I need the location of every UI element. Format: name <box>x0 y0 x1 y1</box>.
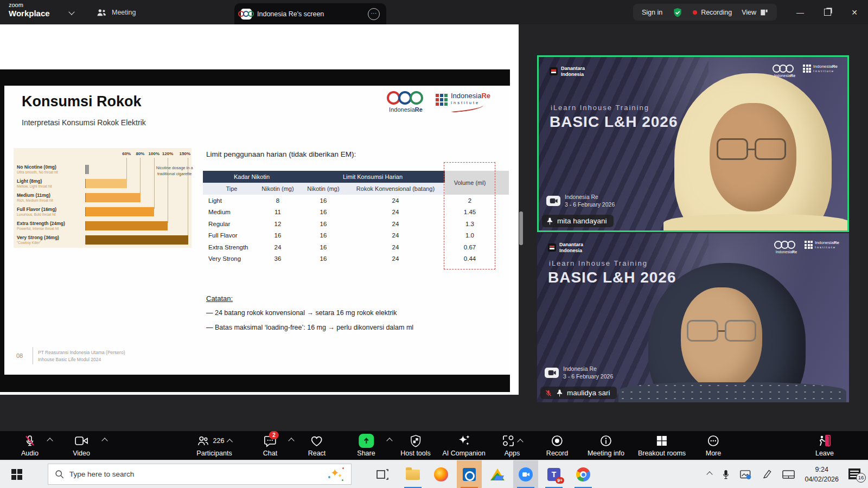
start-button[interactable] <box>4 460 29 488</box>
scrollbar-thumb[interactable] <box>519 211 523 245</box>
windows-taskbar: Type here to search ✦✦ T 9+ <box>0 460 868 488</box>
participants-chevron[interactable] <box>227 439 233 445</box>
leave-button[interactable]: Leave <box>815 434 834 457</box>
react-button[interactable]: React <box>308 434 326 457</box>
ai-companion-button[interactable]: AI Companion <box>442 434 485 457</box>
view-button[interactable]: View <box>742 9 768 16</box>
video-tile-mita[interactable]: iLearn Inhouse Training BASIC L&H 2026 D… <box>537 55 849 232</box>
search-icon <box>55 470 64 479</box>
tab-meeting[interactable]: Meeting <box>97 0 136 24</box>
recording-indicator: Recording <box>693 9 732 16</box>
apps-icon <box>502 434 515 447</box>
breakout-rooms-button[interactable]: Breakout rooms <box>638 434 686 457</box>
slide-page-number: 08 <box>16 352 23 359</box>
participant-name-label: maulidya sari <box>540 387 617 399</box>
chart-row: Full Flavor (16mg)Luxurious, Bold throat… <box>17 204 188 219</box>
danantara-logo: DanantaraIndonesia <box>548 242 583 254</box>
record-button[interactable]: Record <box>546 434 568 457</box>
chart-row: No Nicotine (0mg)Ultra smooth, No throat… <box>17 162 188 176</box>
glasses <box>687 320 756 342</box>
zoom-app-button[interactable] <box>513 460 538 488</box>
chart-row: Medium (11mg)Rich, Medium throat hit <box>17 190 188 204</box>
pin-icon <box>556 389 563 397</box>
share-options-chevron[interactable] <box>386 438 392 444</box>
apps-chevron[interactable] <box>517 439 523 445</box>
video-camera-icon <box>74 435 88 447</box>
search-input[interactable]: Type here to search ✦✦ <box>48 464 352 485</box>
tab-options-icon[interactable]: ⋯ <box>368 8 380 20</box>
sign-in-button[interactable]: Sign in <box>642 9 662 16</box>
tray-screenshot-icon[interactable] <box>740 470 752 480</box>
red-swoosh <box>451 104 484 113</box>
teams-icon: T 9+ <box>547 468 560 481</box>
tray-touchpad-icon[interactable] <box>782 470 795 479</box>
indonesia-re-rings-white-icon <box>774 65 795 73</box>
audio-button[interactable]: Audio <box>21 434 39 457</box>
danantara-logo: DanantaraIndonesia <box>550 66 585 78</box>
participants-count: 226 <box>213 437 225 445</box>
meeting-status-cluster: Sign in Recording View <box>633 4 777 21</box>
volume-highlight-dashed-box <box>444 162 495 269</box>
brand-zoom: zoom <box>9 2 50 8</box>
note-line: — 24 batang rokok konvensional → setara … <box>206 309 397 317</box>
share-button[interactable]: Share <box>357 434 375 457</box>
glasses <box>717 138 786 160</box>
host-tools-button[interactable]: Host tools <box>400 434 431 457</box>
brand-workplace: Workplace <box>9 9 50 17</box>
indonesia-re-logo: IndonesiaRe <box>384 91 427 113</box>
apps-button[interactable]: Apps <box>502 434 522 457</box>
google-drive-button[interactable] <box>485 460 510 488</box>
chat-options-chevron[interactable] <box>288 438 294 444</box>
firefox-button[interactable] <box>429 460 454 488</box>
tab-shared-screen-label: Indonesia Re's screen <box>257 10 362 18</box>
pin-icon <box>546 217 553 225</box>
window-controls: — ✕ <box>787 0 868 24</box>
tray-mic-icon[interactable] <box>722 469 730 480</box>
tab-shared-screen[interactable]: Indonesia Re's screen ⋯ <box>234 3 386 24</box>
task-view-button[interactable] <box>370 460 395 488</box>
maximize-button[interactable] <box>814 0 841 24</box>
tick-150: 150% <box>180 151 190 156</box>
training-title: BASIC L&H 2026 <box>548 269 676 286</box>
institute-text-re: Re <box>481 92 490 100</box>
info-icon <box>599 434 612 447</box>
copilot-sparkle-icon[interactable]: ✦✦ <box>328 466 344 483</box>
tray-expand-chevron[interactable] <box>707 471 713 477</box>
file-explorer-button[interactable] <box>400 460 425 488</box>
shared-screen: Konsumsi Rokok Interpretasi Konsumsi Rok… <box>0 24 519 395</box>
chrome-button[interactable] <box>571 460 596 488</box>
chat-button[interactable]: 2 Chat <box>263 434 277 457</box>
participants-icon <box>197 435 210 447</box>
zoom-app-icon <box>519 467 533 481</box>
table-heading: Limit penggunaan harian (tidak diberikan… <box>206 150 356 158</box>
bar-medium <box>86 193 141 202</box>
chevron-down-icon[interactable] <box>68 9 74 15</box>
close-button[interactable]: ✕ <box>841 0 868 24</box>
notification-count-badge: 16 <box>856 473 866 483</box>
bar-very-strong <box>86 235 188 245</box>
video-tile-maulidya[interactable]: iLearn Inhouse Training BASIC L&H 2026 D… <box>537 233 849 402</box>
table-row: Extra Strength241624 <box>203 241 445 253</box>
people-icon <box>97 8 107 17</box>
tray-pen-icon[interactable] <box>762 469 773 480</box>
meeting-info-button[interactable]: Meeting info <box>588 434 624 457</box>
video-button[interactable]: Video <box>73 434 90 457</box>
notification-center-button[interactable]: 16 <box>848 468 863 480</box>
audio-options-chevron[interactable] <box>47 438 53 444</box>
nicotine-bar-chart: 60% 80% 100% 120% 150% <box>14 148 192 248</box>
table-column-header: Tipe Nikotin (mg) Nikotin (mg) Rokok Kon… <box>203 183 445 195</box>
recording-dot-icon <box>693 10 697 15</box>
leave-icon <box>818 434 832 447</box>
tick-120: 120% <box>162 151 173 156</box>
taskbar-clock[interactable]: 9:24 04/02/2026 <box>805 465 839 484</box>
session-info: Indonesia Re3 - 6 February 2026 <box>545 365 613 381</box>
teams-button[interactable]: T 9+ <box>541 460 566 488</box>
outlook-button[interactable] <box>457 460 482 488</box>
participants-button[interactable]: 226 Participants <box>196 434 232 457</box>
minimize-button[interactable]: — <box>787 0 814 24</box>
indonesia-re-rings-icon <box>384 91 427 105</box>
video-options-chevron[interactable] <box>101 438 107 444</box>
indonesia-re-institute-logo: IndonesiaRe Institute <box>436 92 490 111</box>
more-button[interactable]: More <box>706 434 721 457</box>
security-shield-icon[interactable] <box>672 7 683 18</box>
